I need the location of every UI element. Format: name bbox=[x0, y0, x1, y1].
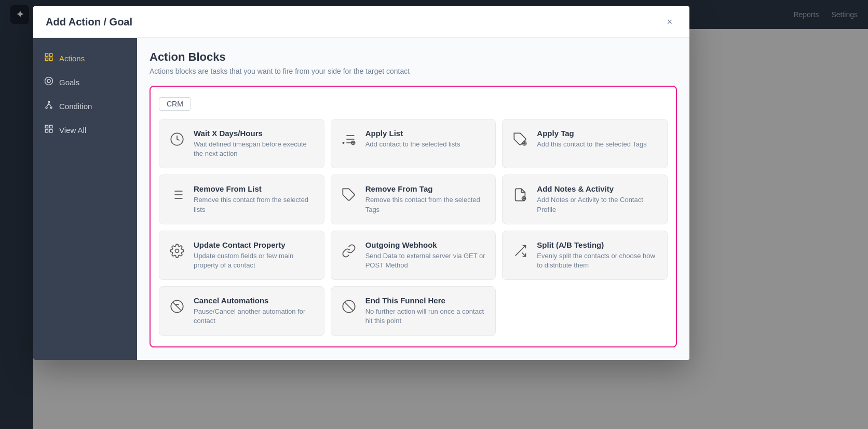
sidebar-label-view-all: View All bbox=[59, 126, 86, 135]
action-title-update-contact: Update Contact Property bbox=[194, 240, 316, 249]
wait-icon bbox=[168, 130, 186, 149]
sidebar-item-view-all[interactable]: View All bbox=[33, 118, 137, 142]
action-desc-end-funnel: No further action will run once a contac… bbox=[365, 307, 487, 326]
action-title-remove-from-list: Remove From List bbox=[194, 184, 316, 193]
action-card-cancel-automations[interactable]: Cancel Automations Pause/Cancel another … bbox=[159, 286, 324, 336]
action-title-remove-from-tag: Remove From Tag bbox=[365, 184, 487, 193]
svg-rect-0 bbox=[45, 53, 48, 56]
svg-rect-1 bbox=[50, 53, 52, 56]
action-desc-wait: Wait defined timespan before execute the… bbox=[194, 140, 316, 158]
cancel-automations-icon bbox=[168, 297, 186, 316]
svg-line-44 bbox=[344, 302, 352, 311]
action-title-add-notes: Add Notes & Activity bbox=[537, 184, 659, 193]
action-title-apply-tag: Apply Tag bbox=[537, 129, 659, 138]
content-subtitle: Actions blocks are tasks that you want t… bbox=[150, 67, 677, 75]
end-funnel-icon bbox=[340, 297, 358, 316]
add-notes-icon bbox=[511, 185, 530, 204]
modal-header: Add Action / Goal × bbox=[33, 6, 689, 38]
crm-label: CRM bbox=[159, 97, 191, 111]
outgoing-webhook-icon bbox=[340, 242, 358, 260]
action-card-split-ab[interactable]: Split (A/B Testing) Evenly split the con… bbox=[502, 231, 668, 280]
action-title-end-funnel: End This Funnel Here bbox=[365, 296, 487, 305]
action-title-apply-list: Apply List bbox=[365, 129, 487, 138]
svg-rect-12 bbox=[50, 130, 52, 132]
action-blocks-container: CRM Wait X Days/Hours Wait defined times… bbox=[150, 86, 677, 347]
sidebar-label-condition: Condition bbox=[59, 102, 92, 111]
svg-rect-2 bbox=[45, 58, 48, 61]
action-card-remove-from-tag[interactable]: Remove From Tag Remove this contact from… bbox=[331, 175, 496, 224]
svg-point-6 bbox=[48, 101, 50, 103]
svg-point-4 bbox=[45, 77, 53, 85]
action-desc-update-contact: Update custom fields or few main propert… bbox=[194, 251, 316, 270]
modal-body: Actions Goals Condition View All Action … bbox=[33, 38, 689, 360]
action-title-split-ab: Split (A/B Testing) bbox=[537, 240, 659, 249]
sidebar-label-actions: Actions bbox=[59, 54, 85, 63]
svg-point-8 bbox=[50, 107, 52, 109]
remove-from-list-icon bbox=[168, 185, 186, 204]
modal-main-content: Action Blocks Actions blocks are tasks t… bbox=[137, 38, 689, 360]
svg-rect-11 bbox=[45, 130, 48, 132]
view-all-icon bbox=[44, 124, 54, 136]
content-title: Action Blocks bbox=[150, 50, 677, 64]
svg-rect-3 bbox=[50, 58, 52, 61]
svg-rect-10 bbox=[50, 125, 52, 128]
action-desc-cancel-automations: Pause/Cancel another automation for cont… bbox=[194, 307, 316, 326]
split-ab-icon bbox=[511, 242, 530, 260]
action-grid: Wait X Days/Hours Wait defined timespan … bbox=[159, 119, 668, 336]
action-card-wait[interactable]: Wait X Days/Hours Wait defined timespan … bbox=[159, 119, 324, 168]
apply-list-icon bbox=[340, 130, 358, 149]
action-card-end-funnel[interactable]: End This Funnel Here No further action w… bbox=[331, 286, 496, 336]
goals-icon bbox=[44, 76, 54, 88]
action-card-update-contact[interactable]: Update Contact Property Update custom fi… bbox=[159, 231, 324, 280]
add-action-modal: Add Action / Goal × Actions Goals Condit… bbox=[33, 6, 689, 360]
sidebar-item-goals[interactable]: Goals bbox=[33, 70, 137, 94]
svg-line-39 bbox=[522, 252, 526, 256]
action-desc-apply-tag: Add this contact to the selected Tags bbox=[537, 140, 659, 149]
action-card-remove-from-list[interactable]: Remove From List Remove this contact fro… bbox=[159, 175, 324, 224]
condition-icon bbox=[44, 100, 54, 112]
svg-point-7 bbox=[46, 107, 47, 109]
action-desc-outgoing-webhook: Send Data to external server via GET or … bbox=[365, 251, 487, 270]
action-desc-apply-list: Add contact to the selected lists bbox=[365, 140, 487, 149]
modal-close-button[interactable]: × bbox=[662, 15, 677, 29]
modal-sidebar: Actions Goals Condition View All bbox=[33, 38, 137, 360]
svg-line-41 bbox=[173, 302, 181, 311]
sidebar-item-actions[interactable]: Actions bbox=[33, 46, 137, 70]
modal-title: Add Action / Goal bbox=[46, 16, 132, 28]
action-desc-remove-from-list: Remove this contact from the selected li… bbox=[194, 195, 316, 214]
update-contact-icon bbox=[168, 242, 186, 260]
action-title-cancel-automations: Cancel Automations bbox=[194, 296, 316, 305]
action-card-outgoing-webhook[interactable]: Outgoing Webhook Send Data to external s… bbox=[331, 231, 496, 280]
action-desc-remove-from-tag: Remove this contact from the selected Ta… bbox=[365, 195, 487, 214]
action-card-apply-list[interactable]: Apply List Add contact to the selected l… bbox=[331, 119, 496, 168]
action-card-apply-tag[interactable]: Apply Tag Add this contact to the select… bbox=[502, 119, 668, 168]
apply-tag-icon bbox=[511, 130, 530, 149]
remove-from-tag-icon bbox=[340, 185, 358, 204]
svg-point-19 bbox=[343, 142, 344, 143]
svg-point-37 bbox=[175, 249, 179, 252]
sidebar-item-condition[interactable]: Condition bbox=[33, 94, 137, 118]
svg-point-5 bbox=[47, 79, 50, 83]
svg-rect-9 bbox=[45, 125, 48, 128]
action-title-outgoing-webhook: Outgoing Webhook bbox=[365, 240, 487, 249]
action-desc-split-ab: Evenly split the contacts or choose how … bbox=[537, 251, 659, 270]
action-card-add-notes[interactable]: Add Notes & Activity Add Notes or Activi… bbox=[502, 175, 668, 224]
action-title-wait: Wait X Days/Hours bbox=[194, 129, 316, 138]
sidebar-label-goals: Goals bbox=[59, 78, 79, 87]
action-desc-add-notes: Add Notes or Activity to the Contact Pro… bbox=[537, 195, 659, 214]
actions-icon bbox=[44, 52, 54, 64]
